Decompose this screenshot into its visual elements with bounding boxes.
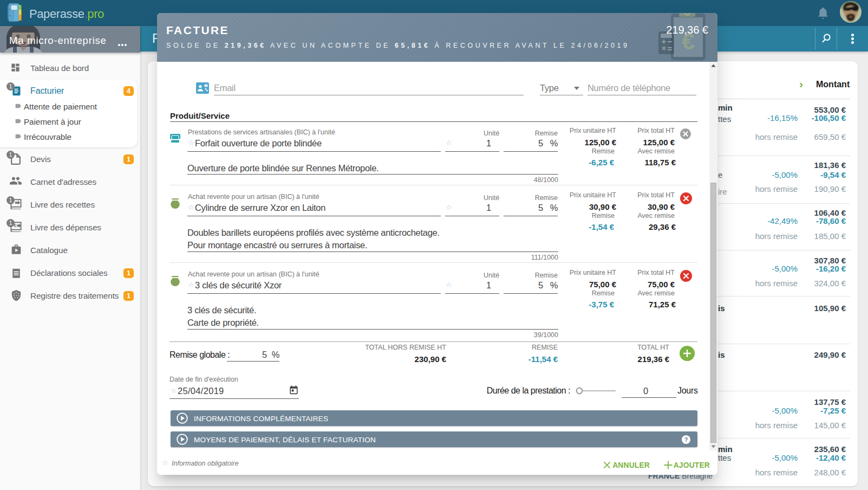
svg-text:?: ? (684, 436, 688, 443)
